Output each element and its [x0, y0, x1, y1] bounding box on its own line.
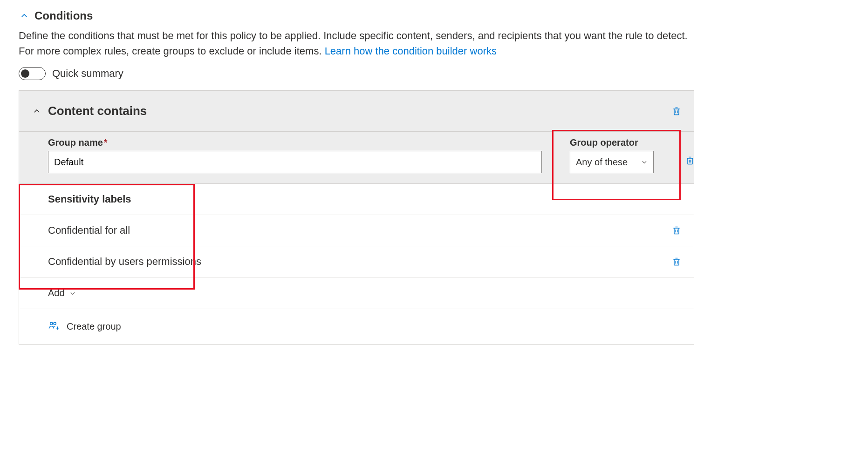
- learn-more-link[interactable]: Learn how the condition builder works: [325, 45, 497, 57]
- label-name: Confidential for all: [48, 224, 130, 237]
- collapse-conditions-chevron[interactable]: [19, 10, 30, 21]
- add-label: Add: [48, 288, 65, 298]
- group-config-row: Group name* Group operator Any of these: [19, 132, 694, 184]
- group-operator-value: Any of these: [576, 157, 628, 168]
- chevron-down-icon: [69, 290, 76, 297]
- required-asterisk: *: [104, 137, 108, 148]
- delete-condition-button[interactable]: [671, 106, 682, 117]
- svg-point-0: [50, 322, 53, 325]
- group-icon: [48, 320, 60, 333]
- quick-summary-label: Quick summary: [52, 68, 123, 80]
- delete-label-button[interactable]: [671, 256, 682, 267]
- quick-summary-toggle[interactable]: [19, 67, 46, 80]
- create-group-button[interactable]: Create group: [67, 321, 121, 332]
- sensitivity-labels-heading: Sensitivity labels: [19, 184, 694, 215]
- sensitivity-labels-section: Sensitivity labels Confidential for all …: [19, 184, 694, 344]
- list-item: Confidential for all: [19, 215, 694, 246]
- delete-label-button[interactable]: [671, 225, 682, 236]
- delete-group-button[interactable]: [685, 155, 695, 166]
- chevron-down-icon: [641, 159, 648, 165]
- add-dropdown-button[interactable]: Add: [48, 288, 76, 298]
- conditions-title: Conditions: [34, 9, 93, 22]
- group-operator-label: Group operator: [570, 137, 654, 148]
- conditions-description: Define the conditions that must be met f…: [19, 28, 690, 59]
- content-contains-title: Content contains: [48, 104, 147, 118]
- list-item: Confidential by users permissions: [19, 246, 694, 277]
- content-contains-header: Content contains: [19, 91, 694, 132]
- condition-panel: Content contains Group name* Group opera…: [19, 90, 694, 345]
- group-name-input[interactable]: [48, 151, 542, 173]
- svg-point-1: [54, 322, 56, 325]
- toggle-knob: [21, 69, 29, 78]
- group-name-label: Group name*: [48, 137, 542, 148]
- label-name: Confidential by users permissions: [48, 256, 201, 268]
- group-operator-select[interactable]: Any of these: [570, 151, 654, 173]
- collapse-content-chevron[interactable]: [31, 106, 42, 117]
